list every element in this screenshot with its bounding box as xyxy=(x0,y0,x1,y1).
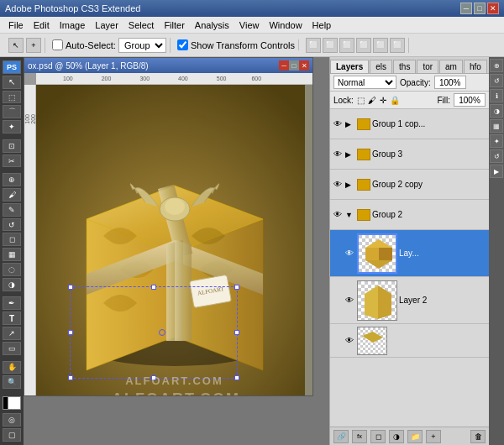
selection-tool-btn[interactable]: ⬚ xyxy=(3,91,21,104)
tab-layers[interactable]: Layers xyxy=(330,60,369,73)
document-maximize-btn[interactable]: □ xyxy=(289,60,299,71)
layer-item-group1copy[interactable]: 👁 ▶ Group 1 cop... xyxy=(330,109,489,139)
lasso-tool-btn[interactable]: ⌒ xyxy=(3,105,21,118)
close-button[interactable]: ✕ xyxy=(487,3,499,14)
align-center-icon[interactable]: ⬜ xyxy=(323,38,338,53)
styles-panel-btn[interactable]: ✦ xyxy=(490,134,503,148)
visibility-eye-group3[interactable]: 👁 xyxy=(332,149,344,160)
menu-file[interactable]: File xyxy=(3,19,29,31)
adjustment-layer-btn[interactable]: ◑ xyxy=(389,430,404,443)
visibility-eye-layer2[interactable]: 👁 xyxy=(344,295,355,306)
visibility-eye-layer3[interactable]: 👁 xyxy=(344,335,355,347)
move-tool-btn[interactable]: ↖ xyxy=(3,76,21,89)
eraser-btn[interactable]: ◻ xyxy=(3,233,21,246)
layer-item-layer1[interactable]: 👁 xyxy=(330,230,489,277)
path-select-btn[interactable]: ↗ xyxy=(3,327,21,340)
clone-stamp-btn[interactable]: ✎ xyxy=(3,203,21,217)
history-brush-btn[interactable]: ↺ xyxy=(3,218,21,232)
visibility-eye-group2copy[interactable]: 👁 xyxy=(332,179,344,191)
move-tool-icon[interactable]: ↖ xyxy=(8,38,24,53)
visibility-eye-layer1[interactable]: 👁 xyxy=(344,248,355,259)
expand-arrow-group3[interactable]: ▶ xyxy=(345,150,355,159)
visibility-eye-group2[interactable]: 👁 xyxy=(332,209,344,221)
minimize-button[interactable]: ─ xyxy=(460,3,472,14)
layer-item-group3[interactable]: 👁 ▶ Group 3 xyxy=(330,139,489,170)
wand-tool-btn[interactable]: ✦ xyxy=(3,120,21,134)
background-color[interactable] xyxy=(8,396,21,410)
layer-item-layer2[interactable]: 👁 xyxy=(330,277,489,324)
healing-brush-btn[interactable]: ⊕ xyxy=(3,173,21,186)
shape-tool-btn[interactable]: ▭ xyxy=(3,342,21,355)
menu-filter[interactable]: Filter xyxy=(159,19,189,31)
visibility-eye-group1copy[interactable]: 👁 xyxy=(332,118,344,130)
expand-arrow-group2[interactable]: ▼ xyxy=(345,211,355,219)
lock-all-icon[interactable]: 🔒 xyxy=(390,96,400,105)
link-layers-btn[interactable]: 🔗 xyxy=(333,430,349,443)
layer-item-group2copy[interactable]: 👁 ▶ Group 2 copy xyxy=(330,170,489,200)
new-layer-btn[interactable]: + xyxy=(426,430,441,443)
fill-input[interactable] xyxy=(454,93,486,107)
delete-layer-btn[interactable]: 🗑 xyxy=(470,430,486,443)
document-close-btn[interactable]: ✕ xyxy=(299,60,309,71)
menu-layer[interactable]: Layer xyxy=(90,19,123,31)
tab-ths[interactable]: ths xyxy=(393,60,416,73)
color-selector[interactable] xyxy=(3,396,21,411)
menu-analysis[interactable]: Analysis xyxy=(190,19,234,31)
brushes-panel-btn[interactable]: ⊕ xyxy=(490,59,503,72)
align-bottom-icon[interactable]: ⬜ xyxy=(390,38,405,53)
move-tool2-icon[interactable]: + xyxy=(26,38,41,53)
text-tool-btn[interactable]: T xyxy=(3,312,21,325)
layer-item-group2[interactable]: 👁 ▼ Group 2 xyxy=(330,200,489,230)
dodge-btn[interactable]: ◑ xyxy=(3,278,21,291)
pen-tool-btn[interactable]: ✒ xyxy=(3,296,21,310)
layer-item-layer3[interactable]: 👁 xyxy=(330,324,489,358)
color-panel-btn[interactable]: ◑ xyxy=(490,104,503,118)
tab-am[interactable]: am xyxy=(439,60,463,73)
hand-tool-btn[interactable]: ✋ xyxy=(3,361,21,374)
blend-mode-select[interactable]: Normal Multiply Screen xyxy=(333,76,396,89)
lock-paint-icon[interactable]: 🖌 xyxy=(368,96,376,105)
menu-select[interactable]: Select xyxy=(123,19,160,31)
quick-mask-btn[interactable]: ◎ xyxy=(3,413,21,427)
maximize-button[interactable]: □ xyxy=(474,3,486,14)
align-left-icon[interactable]: ⬜ xyxy=(306,38,321,53)
menu-image[interactable]: Image xyxy=(55,19,91,31)
gradient-btn[interactable]: ▦ xyxy=(3,248,21,261)
actions-panel-btn[interactable]: ▶ xyxy=(490,165,503,178)
lock-move-icon[interactable]: ✛ xyxy=(380,96,386,105)
tab-tor[interactable]: tor xyxy=(417,60,438,73)
add-mask-btn[interactable]: ◻ xyxy=(370,430,386,443)
opacity-input[interactable] xyxy=(434,76,466,89)
expand-arrow-group2copy[interactable]: ▶ xyxy=(345,181,355,189)
menu-window[interactable]: Window xyxy=(264,19,307,31)
swatches-panel-btn[interactable]: ▦ xyxy=(490,119,503,133)
brush-tool-btn[interactable]: 🖌 xyxy=(3,188,21,202)
new-group-btn[interactable]: 📁 xyxy=(407,430,423,443)
svg-rect-23 xyxy=(365,248,379,260)
crop-tool-btn[interactable]: ⊡ xyxy=(3,139,21,153)
align-top-icon[interactable]: ⬜ xyxy=(356,38,371,53)
menu-help[interactable]: Help xyxy=(307,19,337,31)
zoom-tool-btn[interactable]: 🔍 xyxy=(3,375,21,389)
history-panel-btn[interactable]: ↺ xyxy=(490,149,503,163)
auto-select-dropdown[interactable]: Group Layer xyxy=(118,38,166,53)
document-minimize-btn[interactable]: ─ xyxy=(279,60,289,71)
expand-arrow-group1copy[interactable]: ▶ xyxy=(345,120,355,128)
canvas-content[interactable]: ALFOART ALFOART.COM xyxy=(36,85,312,395)
clone-panel-btn[interactable]: ↺ xyxy=(490,74,503,87)
slice-tool-btn[interactable]: ✂ xyxy=(3,154,21,168)
tab-els[interactable]: els xyxy=(370,60,392,73)
layer-fx-btn[interactable]: fx xyxy=(352,430,367,443)
align-middle-icon[interactable]: ⬜ xyxy=(373,38,388,53)
lock-transparent-icon[interactable]: ⬚ xyxy=(357,96,365,105)
auto-select-checkbox[interactable] xyxy=(52,39,63,50)
screen-mode-btn[interactable]: ▢ xyxy=(3,428,21,442)
tab-hfo[interactable]: hfo xyxy=(464,60,487,73)
menu-view[interactable]: View xyxy=(234,19,265,31)
menu-edit[interactable]: Edit xyxy=(29,19,55,31)
info-panel-btn[interactable]: ℹ xyxy=(490,89,503,102)
blur-btn[interactable]: ◌ xyxy=(3,263,21,276)
align-right-icon[interactable]: ⬜ xyxy=(339,38,354,53)
fill-label: Fill: xyxy=(437,96,450,105)
show-transform-checkbox[interactable] xyxy=(177,39,188,50)
